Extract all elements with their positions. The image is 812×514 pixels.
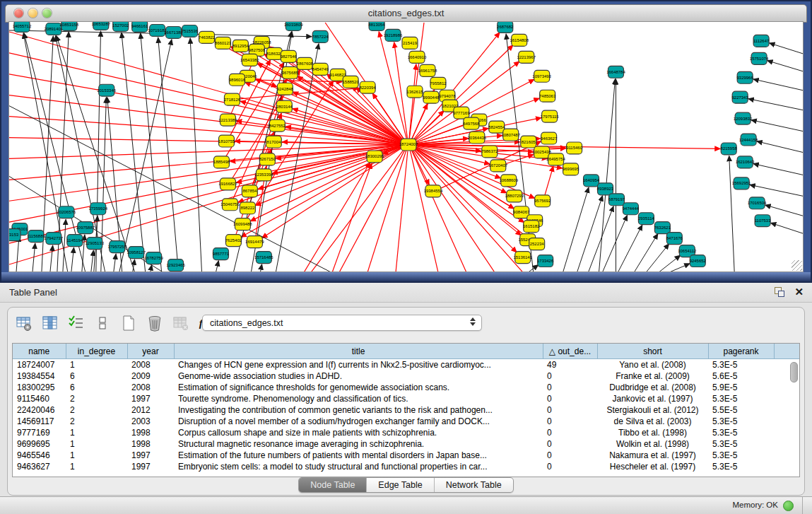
network-node[interactable]: 10973493 [532, 70, 551, 82]
network-node[interactable]: 817004 [266, 136, 281, 148]
network-node[interactable]: 17359924 [88, 203, 107, 215]
network-node[interactable]: 12923465 [166, 259, 185, 271]
tab-edge-table[interactable]: Edge Table [366, 478, 433, 492]
table-row[interactable]: 977716911998Corpus callosum shape and si… [13, 427, 799, 438]
network-node[interactable]: 9699695 [563, 163, 579, 175]
column-header-pagerank[interactable]: pagerank [708, 344, 774, 359]
network-node[interactable]: 1362615 [406, 86, 423, 98]
table-row[interactable]: 1872400712008Changes of HCN gene express… [13, 359, 799, 371]
network-node[interactable]: 9990448 [423, 91, 440, 103]
delete-trash-icon[interactable] [146, 314, 164, 332]
column-header-short[interactable]: short [597, 344, 708, 359]
network-node[interactable]: 14055712 [13, 22, 32, 32]
network-node[interactable]: 2687682 [497, 22, 514, 33]
network-node[interactable]: 10807487 [501, 129, 520, 141]
resize-grip[interactable] [792, 260, 802, 271]
network-node[interactable]: 16099488 [233, 218, 252, 230]
network-node[interactable]: 8660123 [215, 37, 232, 49]
close-panel-icon[interactable]: ✕ [794, 287, 804, 297]
column-header-in_degree[interactable]: in_degree [66, 344, 127, 359]
network-node[interactable]: 9575692 [534, 195, 551, 207]
network-node[interactable]: 26495754 [546, 153, 565, 165]
column-header-out_de[interactable]: △ out_de... [543, 344, 597, 359]
network-node[interactable]: 7857224 [312, 30, 329, 42]
table-row[interactable]: 1456911722003Disruption of a novel membe… [13, 416, 799, 427]
network-node[interactable]: 7986372 [481, 146, 498, 158]
network-node[interactable]: 1810755 [218, 135, 235, 147]
network-node[interactable]: 252234 [529, 238, 545, 250]
network-node[interactable]: 10958127 [126, 247, 146, 259]
network-node[interactable]: 19218986 [384, 29, 403, 41]
network-node[interactable]: 8912954 [233, 40, 249, 52]
network-node[interactable]: 15692951 [732, 177, 751, 189]
vertical-scrollbar[interactable] [790, 362, 798, 382]
network-node[interactable]: 12213967 [517, 51, 536, 63]
tab-network-table[interactable]: Network Table [434, 478, 513, 492]
network-node[interactable]: 9466161 [131, 22, 148, 32]
network-node[interactable]: 15046756 [220, 199, 240, 211]
network-node[interactable]: 7515536 [182, 25, 199, 37]
network-node[interactable]: 2718126 [224, 93, 241, 105]
network-node[interactable]: 8215958 [721, 143, 738, 155]
network-node[interactable]: 867854 [242, 185, 257, 197]
network-node[interactable]: 7463822 [199, 31, 216, 43]
network-node[interactable]: 17975115 [541, 110, 560, 122]
network-node[interactable]: 16640910 [408, 51, 427, 63]
network-node[interactable]: 16210643 [736, 156, 755, 168]
network-node[interactable]: 1733426 [537, 255, 554, 267]
network-node[interactable]: 12353394 [254, 169, 273, 181]
network-node[interactable]: 16154808 [510, 34, 529, 46]
table-row[interactable]: 946554611997Estimation of the future num… [13, 450, 799, 461]
network-node[interactable]: 20853158 [60, 22, 79, 30]
table-select-dropdown[interactable]: citations_edges.txt [202, 315, 482, 331]
network-node[interactable]: 10975887 [76, 222, 95, 234]
network-node[interactable]: 12213389 [218, 114, 237, 126]
network-node[interactable]: 1588520 [343, 76, 360, 88]
network-node[interactable]: 19384554 [424, 185, 443, 197]
network-node[interactable]: 15136141 [513, 252, 532, 264]
table-row[interactable]: 1938455462009Genome-wide association stu… [13, 370, 799, 382]
network-node[interactable]: 7955812 [430, 77, 447, 89]
network-node[interactable]: 19166827 [218, 178, 237, 190]
network-node[interactable]: 9115460 [566, 142, 582, 154]
network-node[interactable]: 15751074 [750, 52, 769, 64]
network-node[interactable]: 8471676 [666, 233, 683, 245]
network-node[interactable]: 9896016 [229, 74, 246, 86]
network-node[interactable]: 16720407 [488, 160, 507, 172]
network-node[interactable]: 9463627 [541, 132, 558, 144]
network-node[interactable]: 16033809 [284, 22, 303, 30]
network-node[interactable]: 898222 [240, 202, 255, 214]
network-node[interactable]: 9329966 [737, 71, 754, 83]
network-node[interactable]: 9227343 [732, 91, 749, 103]
network-node[interactable]: 8220394 [359, 81, 376, 93]
network-node[interactable]: 8427552 [269, 119, 286, 132]
network-node[interactable]: 9827546 [281, 50, 298, 62]
network-node[interactable]: 12093832 [734, 112, 753, 124]
network-node[interactable]: 3675685 [282, 66, 299, 78]
network-node[interactable]: 1615182 [523, 221, 540, 233]
network-node[interactable]: 2803144 [276, 100, 293, 112]
network-node[interactable]: 18724007 [399, 139, 418, 151]
network-node[interactable]: 16648784 [606, 66, 625, 78]
network-node[interactable]: 15716485 [254, 252, 273, 264]
network-node[interactable]: 16671388 [164, 26, 183, 38]
column-header-title[interactable]: title [174, 344, 543, 359]
table-row[interactable]: 2242004622012Investigating the contribut… [13, 404, 799, 416]
network-node[interactable]: 17942737 [45, 233, 64, 245]
network-node[interactable]: 11156889 [27, 230, 45, 243]
network-node[interactable]: 16782759 [144, 252, 163, 264]
tab-node-table[interactable]: Node Table [299, 478, 366, 492]
network-node[interactable]: 8938923 [597, 183, 614, 195]
network-node[interactable]: 20206576 [57, 206, 76, 218]
network-node[interactable]: 18807293 [505, 190, 524, 202]
network-node[interactable]: 16914479 [245, 236, 264, 248]
network-node[interactable]: 9857771 [213, 248, 230, 260]
network-node[interactable]: 1640954 [583, 175, 600, 187]
network-window-titlebar[interactable]: citations_edges.txt [5, 4, 807, 23]
network-node[interactable]: 2935114 [638, 213, 654, 225]
network-node[interactable]: 9245652 [690, 255, 707, 267]
network-node[interactable]: 8454749 [312, 63, 329, 75]
network-node[interactable]: 16961758 [418, 64, 437, 76]
network-node[interactable]: 1112647 [753, 35, 770, 47]
network-node[interactable]: 16543382 [240, 54, 259, 66]
